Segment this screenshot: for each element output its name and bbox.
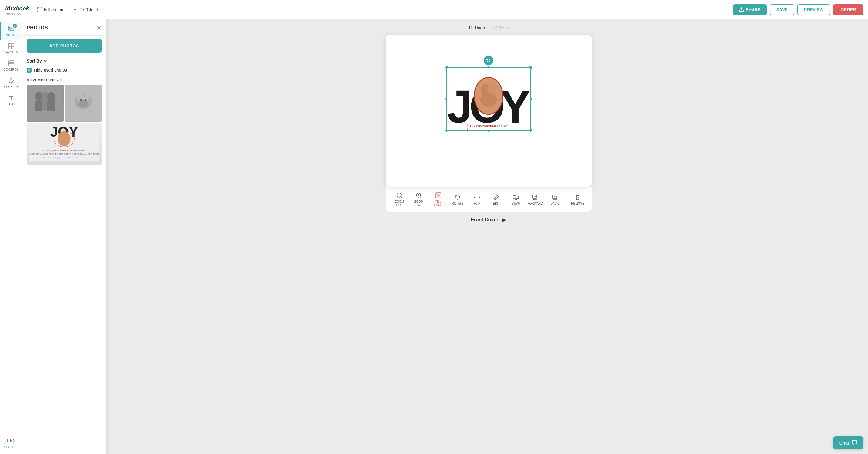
- chat-button[interactable]: Chat: [833, 436, 863, 449]
- edit-icon: [493, 194, 500, 201]
- photos-badge: 2: [13, 24, 17, 28]
- svg-text:2022: 2022: [516, 96, 519, 103]
- icon-nav-top: 2 PHOTOS LAYOUTS: [0, 22, 22, 109]
- rotate-handle[interactable]: [484, 56, 493, 65]
- logo: Mixbook PHOTO CO.: [5, 4, 29, 15]
- chevron-down-icon: [43, 59, 47, 63]
- selected-element-container: J O Y: [446, 67, 531, 131]
- panel-header: PHOTOS ✕: [22, 20, 106, 35]
- share-icon: [739, 7, 744, 12]
- close-panel-button[interactable]: ✕: [96, 24, 101, 32]
- zoom-in-tool[interactable]: ZOOM IN: [410, 190, 428, 208]
- zoom-increase-button[interactable]: +: [94, 5, 102, 14]
- svg-rect-16: [42, 99, 48, 110]
- rotate-tool[interactable]: ROTATE: [448, 192, 467, 207]
- save-button[interactable]: SAVE: [770, 4, 794, 15]
- joy-card-element[interactable]: J O Y: [446, 67, 531, 131]
- see-tour-link[interactable]: See tour: [4, 445, 18, 449]
- sidebar-item-stickers[interactable]: STICKERS: [0, 74, 22, 92]
- redo-button[interactable]: Redo: [492, 26, 509, 30]
- photo-thumbnail[interactable]: [65, 85, 102, 122]
- svg-point-24: [85, 99, 86, 101]
- undo-redo-toolbar: Undo Redo: [468, 26, 509, 30]
- photos-grid: JOY 2022 was a year filled with new adve…: [22, 85, 106, 170]
- panel-resize-handle[interactable]: [107, 20, 109, 454]
- svg-text:THE PROVENCHER FAMILY: THE PROVENCHER FAMILY: [470, 124, 507, 127]
- edit-tool[interactable]: EDIT: [487, 192, 505, 207]
- back-tool[interactable]: BACK: [546, 192, 564, 207]
- chat-icon: [851, 440, 857, 446]
- remove-tool[interactable]: REMOVE: [568, 192, 587, 207]
- hide-used-label: Hide used photos: [34, 68, 67, 73]
- svg-point-28: [58, 131, 70, 146]
- sidebar-item-layouts[interactable]: LAYOUTS: [0, 40, 22, 57]
- preview-button[interactable]: PREVIEW: [797, 4, 830, 15]
- zoom-in-icon: [415, 192, 422, 199]
- photos-panel: PHOTOS ✕ ADD PHOTOS Sort By Hide used ph…: [22, 20, 107, 454]
- back-icon: [551, 194, 558, 201]
- svg-point-40: [480, 93, 497, 106]
- photo-thumbnail-full[interactable]: JOY 2022 was a year filled with new adve…: [27, 123, 101, 165]
- sidebar-item-photos-label: PHOTOS: [5, 33, 18, 37]
- svg-rect-2: [8, 44, 11, 46]
- svg-marker-10: [8, 78, 14, 83]
- fill-page-icon: [435, 192, 441, 199]
- section-label: NOVEMBER 2022 1: [22, 74, 106, 85]
- svg-rect-53: [513, 196, 516, 198]
- panel-title: PHOTOS: [27, 25, 48, 31]
- layouts-icon: [8, 43, 14, 50]
- page-canvas: J O Y: [385, 35, 592, 187]
- zoom-out-tool[interactable]: ZOOM OUT: [390, 190, 408, 208]
- undo-button[interactable]: Undo: [468, 26, 485, 30]
- svg-point-23: [80, 99, 82, 101]
- hide-used-checkbox[interactable]: [27, 68, 32, 73]
- stickers-icon: [8, 77, 14, 84]
- hide-used-row: Hide used photos: [22, 66, 106, 74]
- forward-tool[interactable]: FORWARD: [526, 192, 544, 207]
- checkmark-icon: [28, 68, 31, 72]
- svg-rect-4: [8, 47, 11, 49]
- svg-text:HAPPY HOLIDAYS: HAPPY HOLIDAYS: [466, 124, 469, 130]
- fill-page-tool[interactable]: FILL PAGE: [429, 190, 447, 208]
- canvas-area: Undo Redo: [109, 20, 868, 454]
- text-icon: [8, 95, 14, 102]
- image-toolbar: ZOOM OUT ZOOM IN FILL PAGE: [385, 187, 592, 211]
- zoom-decrease-button[interactable]: −: [71, 5, 79, 14]
- sidebar-item-text-label: TEXT: [7, 103, 15, 106]
- rotate-icon: [454, 194, 461, 201]
- swap-tool[interactable]: SWAP: [507, 192, 525, 207]
- add-photos-button[interactable]: ADD PHOTOS: [27, 39, 101, 53]
- sidebar-item-layouts-label: LAYOUTS: [4, 51, 18, 54]
- sidebar-item-bckgrds-label: BCKGRDS: [4, 68, 19, 71]
- flip-tool[interactable]: FLIP: [468, 192, 486, 207]
- svg-text:2022 was a year filled with ne: 2022 was a year filled with new adventur…: [41, 149, 87, 152]
- svg-point-14: [47, 92, 55, 102]
- joy-composition: J O Y: [447, 68, 530, 130]
- sidebar-item-photos[interactable]: 2 PHOTOS: [0, 22, 22, 40]
- front-cover-bar: Front Cover ▶: [385, 211, 592, 228]
- photo-thumbnail[interactable]: [27, 85, 64, 122]
- share-button[interactable]: SHARE: [733, 4, 767, 15]
- front-cover-next-button[interactable]: ▶: [502, 217, 506, 223]
- svg-line-47: [401, 197, 402, 198]
- help-link[interactable]: Help: [7, 438, 14, 443]
- sidebar-item-bckgrds[interactable]: BCKGRDS: [0, 57, 22, 74]
- order-button[interactable]: ORDER: [833, 4, 863, 15]
- bckgrds-icon: [8, 60, 14, 67]
- icon-nav: 2 PHOTOS LAYOUTS: [0, 20, 22, 454]
- main-layout: 2 PHOTOS LAYOUTS: [0, 20, 868, 454]
- fullscreen-button[interactable]: Full screen: [34, 5, 66, 14]
- svg-rect-15: [35, 101, 42, 111]
- forward-icon: [532, 194, 538, 201]
- svg-text:J: J: [447, 81, 473, 130]
- svg-text:WARMEST WISHES FOR A BRIGHT 20: WARMEST WISHES FOR A BRIGHT 2023 FROM OU…: [29, 153, 99, 155]
- sort-by-button[interactable]: Sort By: [27, 59, 47, 63]
- redo-icon: [492, 26, 497, 30]
- svg-point-12: [35, 92, 42, 101]
- sidebar-item-text[interactable]: TEXT: [0, 92, 22, 109]
- svg-text:Y: Y: [500, 81, 530, 130]
- zoom-out-icon: [396, 192, 403, 199]
- logo-name: Mixbook: [5, 4, 29, 12]
- rotate-handle-icon: [486, 58, 491, 63]
- undo-icon: [468, 26, 473, 30]
